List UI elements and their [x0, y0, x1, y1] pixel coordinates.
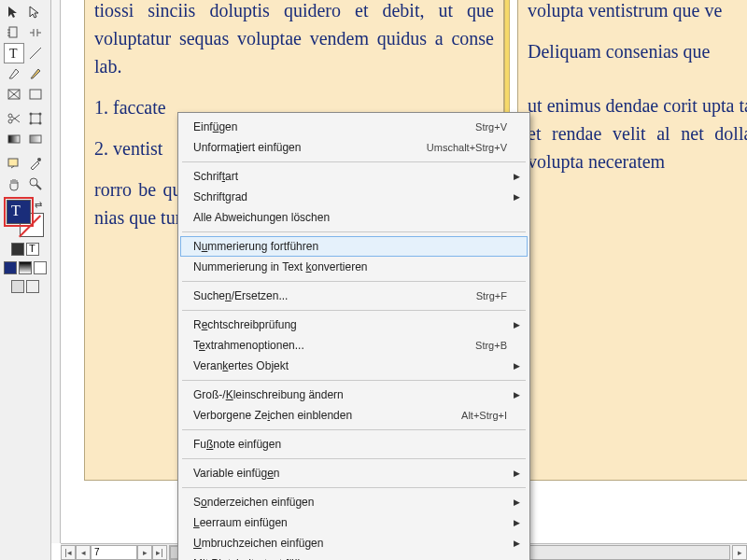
- menu-item[interactable]: Variable einfügen▶: [180, 463, 528, 483]
- body-text[interactable]: tiossi sinciis doluptis quidero et debit…: [94, 0, 494, 80]
- menu-item[interactable]: Fußnote einfügen: [180, 434, 528, 455]
- menu-separator: [182, 429, 526, 430]
- prev-page-button[interactable]: ◂: [76, 545, 91, 560]
- submenu-arrow-icon: ▶: [514, 390, 520, 399]
- menu-item[interactable]: Mit Platzhaltertext füllen: [180, 553, 528, 560]
- menu-separator: [182, 231, 526, 232]
- apply-none-icon[interactable]: [34, 261, 47, 274]
- menu-item-label: Verborgene Zeichen einblenden: [193, 409, 461, 422]
- note-tool[interactable]: [4, 153, 24, 174]
- svg-rect-15: [30, 135, 41, 143]
- line-tool[interactable]: [25, 43, 46, 63]
- hand-tool[interactable]: [4, 174, 24, 194]
- menu-item-label: Schriftart: [193, 170, 507, 183]
- menu-item[interactable]: EinfügenStrg+V: [180, 117, 528, 137]
- submenu-arrow-icon: ▶: [514, 361, 520, 371]
- context-menu[interactable]: EinfügenStrg+VUnformatiert einfügenUmsch…: [177, 112, 530, 560]
- svg-rect-16: [8, 159, 18, 166]
- list-text[interactable]: ventist: [113, 138, 162, 159]
- scissors-tool[interactable]: [4, 108, 24, 129]
- color-mode-row: [0, 261, 50, 274]
- menu-item[interactable]: Suchen/Ersetzen...Strg+F: [180, 286, 528, 306]
- first-page-button[interactable]: |◂: [61, 545, 76, 560]
- preview-view-icon[interactable]: [26, 280, 39, 293]
- menu-item[interactable]: Unformatiert einfügenUmschalt+Strg+V: [180, 137, 528, 158]
- submenu-arrow-icon: ▶: [514, 539, 520, 548]
- hscroll-right-button[interactable]: ▸: [732, 545, 747, 560]
- svg-point-18: [30, 178, 37, 186]
- menu-item[interactable]: Verankertes Objekt▶: [180, 356, 528, 376]
- vertical-ruler: [51, 0, 61, 543]
- pencil-tool[interactable]: [25, 63, 46, 84]
- svg-rect-14: [8, 135, 20, 143]
- submenu-arrow-icon: ▶: [514, 469, 520, 478]
- body-text[interactable]: volupta ventistrum que ve: [528, 0, 747, 24]
- menu-item[interactable]: Nummerierung fortführen: [180, 236, 528, 257]
- body-text[interactable]: Deliquam consenias que: [528, 37, 747, 65]
- right-page[interactable]: volupta ventistrum que ve Deliquam conse…: [517, 0, 747, 481]
- menu-item-label: Suchen/Ersetzen...: [193, 289, 476, 302]
- menu-item-shortcut: Strg+V: [475, 121, 507, 133]
- menu-separator: [182, 487, 526, 488]
- color-swatches[interactable]: T ⇄: [7, 200, 44, 237]
- menu-item[interactable]: Verborgene Zeichen einblendenAlt+Strg+I: [180, 405, 528, 426]
- svg-rect-9: [31, 114, 40, 123]
- list-number: 1.: [94, 93, 113, 121]
- menu-separator: [182, 458, 526, 459]
- menu-item[interactable]: Sonderzeichen einfügen▶: [180, 492, 528, 512]
- rectangle-frame-tool[interactable]: [4, 84, 24, 105]
- next-page-button[interactable]: ▸: [137, 545, 152, 560]
- menu-item[interactable]: Rechtschreibprüfung▶: [180, 315, 528, 335]
- menu-item-label: Unformatiert einfügen: [193, 141, 427, 154]
- menu-item-label: Variable einfügen: [193, 467, 507, 480]
- apply-text-icon[interactable]: T: [26, 243, 39, 256]
- submenu-arrow-icon: ▶: [514, 497, 520, 507]
- menu-item[interactable]: Textrahmenoptionen...Strg+B: [180, 335, 528, 356]
- apply-gradient-icon[interactable]: [19, 261, 32, 274]
- last-page-button[interactable]: ▸|: [152, 545, 167, 560]
- menu-separator: [182, 380, 526, 381]
- zoom-tool[interactable]: [25, 174, 46, 194]
- free-transform-tool[interactable]: [25, 108, 46, 129]
- submenu-arrow-icon: ▶: [514, 320, 520, 329]
- body-text[interactable]: ut enimus dendae corit upta tatium qui a…: [528, 91, 747, 175]
- gradient-feather-tool[interactable]: [25, 129, 46, 149]
- menu-item[interactable]: Schriftart▶: [180, 166, 528, 187]
- page-number-field[interactable]: 7: [91, 545, 137, 560]
- gradient-swatch-tool[interactable]: [4, 129, 24, 149]
- submenu-arrow-icon: ▶: [514, 192, 520, 202]
- svg-line-19: [36, 185, 41, 189]
- menu-item[interactable]: Nummerierung in Text konvertieren: [180, 257, 528, 277]
- selection-tool[interactable]: [4, 2, 24, 22]
- svg-point-8: [8, 119, 12, 123]
- fill-swatch[interactable]: T: [7, 200, 31, 224]
- svg-point-10: [30, 113, 33, 116]
- swap-colors-icon[interactable]: ⇄: [35, 200, 42, 210]
- menu-item-label: Alle Abweichungen löschen: [193, 211, 507, 224]
- gap-tool[interactable]: [25, 22, 46, 43]
- page-tool[interactable]: [4, 22, 24, 43]
- normal-view-icon[interactable]: [11, 280, 24, 293]
- menu-item-label: Nummerierung fortführen: [193, 240, 507, 253]
- list-text[interactable]: faccate: [113, 97, 166, 118]
- menu-item-shortcut: Strg+B: [475, 340, 507, 351]
- pen-tool[interactable]: [4, 63, 24, 84]
- direct-selection-tool[interactable]: [25, 2, 46, 22]
- type-tool[interactable]: T: [4, 43, 24, 63]
- svg-point-11: [39, 113, 42, 116]
- menu-item[interactable]: Umbruchzeichen einfügen▶: [180, 533, 528, 553]
- menu-item-label: Verankertes Objekt: [193, 359, 507, 372]
- svg-point-13: [39, 122, 42, 125]
- menu-item-label: Leerraum einfügen: [193, 516, 507, 529]
- svg-point-17: [37, 158, 41, 161]
- menu-item-label: Rechtschreibprüfung: [193, 318, 507, 331]
- menu-item[interactable]: Alle Abweichungen löschen: [180, 207, 528, 228]
- menu-item[interactable]: Schriftgrad▶: [180, 187, 528, 207]
- apply-container-icon[interactable]: [11, 243, 24, 256]
- menu-item-label: Schriftgrad: [193, 190, 507, 203]
- menu-item[interactable]: Groß-/Kleinschreibung ändern▶: [180, 385, 528, 405]
- menu-item[interactable]: Leerraum einfügen▶: [180, 512, 528, 533]
- eyedropper-tool[interactable]: [25, 153, 46, 174]
- apply-color-icon[interactable]: [4, 261, 17, 274]
- rectangle-tool[interactable]: [25, 84, 46, 105]
